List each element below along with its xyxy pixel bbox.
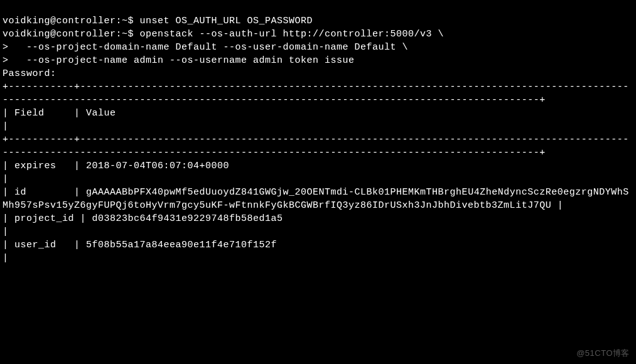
continuation-prompt: > (3, 42, 26, 53)
shell-prompt: voidking@controller:~$ (3, 29, 140, 40)
table-border: +-----------+---------------------------… (3, 134, 629, 158)
password-prompt: Password: (3, 68, 57, 79)
field-value-id: gAAAAABbPFX40pwMf5edUuoydZ841GWGjw_20OEN… (3, 187, 629, 211)
field-label-user-id: | user_id | (3, 240, 86, 250)
table-header: | Field | Value (3, 108, 636, 132)
watermark-label: @51CTO博客 (576, 348, 630, 359)
table-row: | user_id | 5f08b55a17a84eea90e11f4e710f… (3, 240, 636, 264)
terminal-output[interactable]: voidking@controller:~$ unset OS_AUTH_URL… (3, 1, 633, 265)
continuation-prompt: > (3, 55, 26, 66)
command-2-line1: openstack --os-auth-url http://controlle… (140, 29, 445, 40)
command-1: unset OS_AUTH_URL OS_PASSWORD (140, 16, 313, 26)
field-label-expires: | expires | (3, 161, 86, 171)
table-row: | expires | 2018-07-04T06:07:04+0000 | (3, 161, 636, 185)
field-value-project-id: d03823bc64f9431e9229748fb58ed1a5 | (3, 213, 636, 237)
command-2-line3: --os-project-name admin --os-username ad… (26, 55, 355, 66)
field-value-user-id: 5f08b55a17a84eea90e11f4e710f152f | (3, 240, 636, 264)
field-value-expires: 2018-07-04T06:07:04+0000 | (3, 161, 636, 185)
command-2-line2: --os-project-domain-name Default --os-us… (26, 42, 408, 53)
field-label-id: | id | (3, 187, 86, 198)
field-label-project-id: | project_id | (3, 213, 92, 224)
table-border: +-----------+---------------------------… (3, 82, 629, 105)
table-row: | id | gAAAAABbPFX40pwMf5edUuoydZ841GWGj… (3, 187, 629, 211)
table-row: | project_id | d03823bc64f9431e9229748fb… (3, 213, 636, 237)
shell-prompt: voidking@controller:~$ (3, 16, 140, 26)
